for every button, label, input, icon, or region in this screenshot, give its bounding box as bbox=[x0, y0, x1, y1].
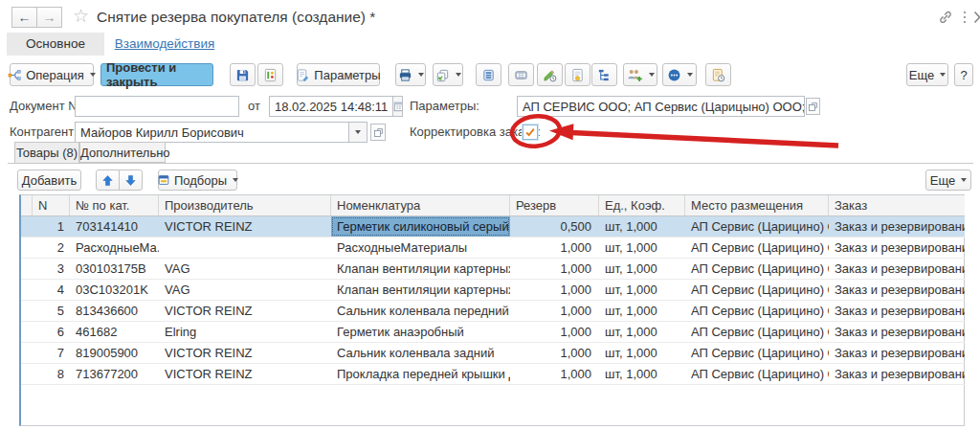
cell-n[interactable]: 5 bbox=[33, 301, 70, 321]
toolbar-more-button[interactable]: Еще bbox=[906, 63, 948, 86]
cell-n[interactable]: 1 bbox=[33, 216, 70, 237]
table-row[interactable]: 8 713677200 VICTOR REINZ Прокладка перед… bbox=[21, 364, 965, 385]
post-document-button[interactable] bbox=[257, 63, 283, 86]
cell-nomenclature[interactable]: РасходныеМатериалы bbox=[331, 238, 510, 258]
cell-order[interactable]: Заказ и резервирование п... bbox=[829, 322, 965, 342]
cell-reserve[interactable]: 1,000 bbox=[510, 301, 599, 321]
help-button[interactable]: ? bbox=[954, 63, 973, 86]
cell-place[interactable]: АП Сервис (Царицино) О... bbox=[685, 322, 829, 342]
print-button[interactable] bbox=[395, 63, 426, 86]
col-header-reserve[interactable]: Резерв bbox=[510, 195, 599, 215]
forward-button[interactable]: → bbox=[36, 7, 62, 28]
col-header-unit[interactable]: Ед., Коэф. bbox=[599, 195, 685, 215]
col-header-cat[interactable]: № по кат. bbox=[70, 195, 159, 215]
post-and-close-button[interactable]: Провести и закрыть bbox=[100, 63, 213, 86]
add-row-button[interactable]: Добавить bbox=[17, 170, 81, 191]
table-row[interactable]: 5 813436600 VICTOR REINZ Сальник коленва… bbox=[21, 301, 965, 322]
cell-manufacturer[interactable]: VICTOR REINZ bbox=[159, 364, 331, 384]
cell-order[interactable]: Заказ и резервирование п... bbox=[829, 364, 965, 384]
cell-n[interactable]: 3 bbox=[33, 259, 70, 279]
cell-cat[interactable]: 461682 bbox=[70, 322, 159, 342]
get-link-icon[interactable] bbox=[938, 10, 953, 25]
edit-history-button[interactable] bbox=[537, 63, 563, 86]
discuss-button[interactable] bbox=[662, 63, 697, 86]
cell-cat[interactable]: 819005900 bbox=[70, 343, 159, 363]
cell-cat[interactable]: РасходныеМа... bbox=[70, 238, 159, 258]
cell-manufacturer[interactable]: VICTOR REINZ bbox=[159, 343, 331, 363]
cell-manufacturer[interactable]: VICTOR REINZ bbox=[159, 301, 331, 321]
cell-unit[interactable]: шт, 1,000 bbox=[599, 238, 685, 258]
doc-number-input[interactable] bbox=[75, 96, 239, 117]
cell-reserve[interactable]: 1,000 bbox=[510, 280, 599, 300]
col-header-nomenclature[interactable]: Номенклатура bbox=[331, 195, 510, 215]
cell-cat[interactable]: 703141410 bbox=[70, 216, 159, 237]
cell-cat[interactable]: 713677200 bbox=[70, 364, 159, 384]
cell-order[interactable]: Заказ и резервирование п... bbox=[829, 301, 965, 321]
cell-cat[interactable]: 030103175B bbox=[70, 259, 159, 279]
cell-n[interactable]: 4 bbox=[33, 280, 70, 300]
collapse-chevron-icon[interactable] bbox=[973, 11, 980, 24]
cell-manufacturer[interactable]: VAG bbox=[159, 259, 331, 279]
cell-cat[interactable]: 813436600 bbox=[70, 301, 159, 321]
cell-order[interactable]: Заказ и резервирование п... bbox=[829, 216, 965, 237]
copy-button[interactable] bbox=[433, 63, 463, 86]
cell-unit[interactable]: шт, 1,000 bbox=[599, 343, 685, 363]
more-menu-dots-icon[interactable] bbox=[963, 10, 967, 25]
table-row[interactable]: 6 461682 Elring Герметик анаэробный 1,00… bbox=[21, 322, 965, 343]
order-correction-checkbox[interactable] bbox=[523, 124, 538, 140]
table-row[interactable]: 1 703141410 VICTOR REINZ Герметик силико… bbox=[21, 216, 965, 238]
cell-nomenclature[interactable]: Прокладка передней крышки ДВС bbox=[331, 364, 510, 384]
assign-users-button[interactable] bbox=[623, 63, 657, 86]
cell-n[interactable]: 6 bbox=[33, 322, 70, 342]
cell-nomenclature-selected[interactable]: Герметик силиконовый серый эла... bbox=[331, 216, 510, 237]
goods-table[interactable]: N № по кат. Производитель Номенклатура Р… bbox=[19, 194, 965, 426]
cell-manufacturer[interactable] bbox=[159, 238, 331, 258]
parameters-button[interactable]: Параметры bbox=[297, 63, 380, 86]
cell-place[interactable]: АП Сервис (Царицино) О... bbox=[685, 364, 829, 384]
cell-reserve[interactable]: 1,000 bbox=[510, 259, 599, 279]
parameters-open-button[interactable] bbox=[806, 98, 820, 115]
col-header-place[interactable]: Место размещения bbox=[685, 195, 829, 215]
cell-manufacturer[interactable]: VICTOR REINZ bbox=[159, 216, 331, 237]
cell-order[interactable]: Заказ и резервирование п... bbox=[829, 238, 965, 258]
registers-list-button[interactable] bbox=[476, 63, 501, 86]
cell-unit[interactable]: шт, 1,000 bbox=[599, 216, 685, 237]
cell-unit[interactable]: шт, 1,000 bbox=[599, 259, 685, 279]
date-input[interactable]: 18.02.2025 14:48:11 bbox=[269, 96, 403, 117]
counterparty-input[interactable]: Майоров Кирилл Борисович bbox=[75, 122, 368, 143]
cell-nomenclature[interactable]: Сальник коленвала передний bbox=[331, 301, 510, 321]
cell-place[interactable]: АП Сервис (Царицино) О... bbox=[685, 280, 829, 300]
col-header-order[interactable]: Заказ bbox=[829, 195, 965, 215]
operation-button[interactable]: Операция bbox=[10, 63, 94, 86]
tab-additional[interactable]: Дополнительно bbox=[79, 142, 166, 163]
structure-tree-button[interactable] bbox=[591, 63, 617, 86]
parameters-value-field[interactable]: АП СЕРВИС ООО; АП Сервис (Царицыно) ООО;… bbox=[517, 96, 805, 117]
cell-place[interactable]: АП Сервис (Царицино) О... bbox=[685, 216, 829, 237]
cell-reserve[interactable]: 0,500 bbox=[510, 216, 599, 237]
cell-order[interactable]: Заказ и резервирование п... bbox=[829, 280, 965, 300]
cell-nomenclature[interactable]: Клапан вентиляции картерных га... bbox=[331, 259, 510, 279]
cell-nomenclature[interactable]: Герметик анаэробный bbox=[331, 322, 510, 342]
cell-nomenclature[interactable]: Клапан вентиляции картерных га... bbox=[331, 280, 510, 300]
cell-cat[interactable]: 03C103201K bbox=[70, 280, 159, 300]
tab-main[interactable]: Основное bbox=[7, 33, 104, 56]
cell-order[interactable]: Заказ и резервирование п... bbox=[829, 259, 965, 279]
register-records-button[interactable] bbox=[508, 63, 534, 86]
counterparty-open-button[interactable] bbox=[370, 124, 386, 141]
back-button[interactable]: ← bbox=[11, 7, 37, 28]
cell-unit[interactable]: шт, 1,000 bbox=[599, 364, 685, 384]
counterparty-dropdown-button[interactable] bbox=[348, 123, 367, 142]
table-row[interactable]: 3 030103175B VAG Клапан вентиляции карте… bbox=[21, 259, 965, 280]
col-header-manufacturer[interactable]: Производитель bbox=[159, 195, 331, 215]
cell-manufacturer[interactable]: VAG bbox=[159, 280, 331, 300]
cell-unit[interactable]: шт, 1,000 bbox=[599, 280, 685, 300]
tab-goods[interactable]: Товары (8) bbox=[14, 142, 79, 164]
cell-place[interactable]: АП Сервис (Царицино) О... bbox=[685, 343, 829, 363]
cell-reserve[interactable]: 1,000 bbox=[510, 343, 599, 363]
table-row[interactable]: 7 819005900 VICTOR REINZ Сальник коленва… bbox=[21, 343, 965, 364]
document-status-button[interactable] bbox=[565, 63, 590, 86]
cell-unit[interactable]: шт, 1,000 bbox=[599, 301, 685, 321]
cell-reserve[interactable]: 1,000 bbox=[510, 322, 599, 342]
tab-interactions[interactable]: Взаимодействия bbox=[112, 33, 217, 56]
tasks-button[interactable] bbox=[705, 63, 731, 86]
